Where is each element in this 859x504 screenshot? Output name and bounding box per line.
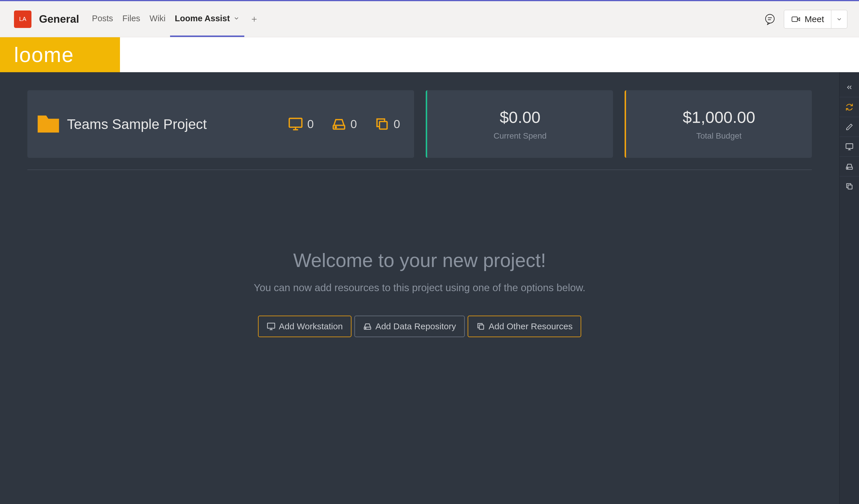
copy-icon <box>845 182 854 190</box>
header-actions: Meet <box>764 10 847 29</box>
svg-rect-7 <box>289 119 302 127</box>
copy-icon <box>477 322 485 331</box>
tab-label: Wiki <box>150 14 166 23</box>
rail-repositories-button[interactable] <box>840 157 859 177</box>
right-rail <box>839 72 859 504</box>
svg-rect-24 <box>848 185 852 189</box>
monitor-icon <box>288 117 303 132</box>
loome-brand-row: loome <box>0 37 859 72</box>
svg-rect-13 <box>267 323 275 329</box>
total-budget-label: Total Budget <box>696 131 742 141</box>
loome-logo[interactable]: loome <box>0 37 120 72</box>
team-avatar[interactable]: LA <box>14 11 31 28</box>
add-workstation-button[interactable]: Add Workstation <box>258 316 352 337</box>
svg-rect-12 <box>379 121 387 129</box>
total-budget-card: $1,000.00 Total Budget <box>624 90 812 158</box>
svg-point-17 <box>365 328 366 329</box>
divider <box>27 169 812 170</box>
copy-icon <box>375 117 390 132</box>
total-budget-value: $1,000.00 <box>682 108 755 127</box>
welcome-section: Welcome to your new project! You can now… <box>0 249 839 337</box>
project-counters: 0 0 0 <box>288 117 400 132</box>
project-name: Teams Sample Project <box>67 116 282 132</box>
tab-label: Files <box>122 14 140 23</box>
add-workstation-label: Add Workstation <box>279 321 343 331</box>
teams-header: LA General Posts Files Wiki Loome Assist <box>0 1 859 37</box>
add-tab-button[interactable] <box>244 15 264 23</box>
svg-rect-5 <box>792 17 798 21</box>
svg-point-11 <box>335 127 336 128</box>
chevron-down-icon[interactable] <box>233 15 240 21</box>
meet-button[interactable]: Meet <box>784 10 831 28</box>
video-icon <box>791 15 800 24</box>
refresh-button[interactable] <box>840 97 859 117</box>
edit-button[interactable] <box>840 117 859 137</box>
workstation-counter: 0 <box>288 117 314 132</box>
welcome-title: Welcome to your new project! <box>0 249 839 271</box>
repository-count: 0 <box>351 118 357 131</box>
add-other-resources-button[interactable]: Add Other Resources <box>468 316 581 337</box>
tab-wiki[interactable]: Wiki <box>145 1 170 37</box>
tab-label: Posts <box>92 14 113 23</box>
main-panel: Teams Sample Project 0 0 <box>0 72 839 504</box>
current-spend-label: Current Spend <box>494 131 546 141</box>
meet-dropdown-button[interactable] <box>831 10 847 28</box>
refresh-icon <box>845 103 854 111</box>
workstation-count: 0 <box>307 118 314 131</box>
other-resources-count: 0 <box>394 118 400 131</box>
drive-icon <box>845 163 854 171</box>
tab-loome-assist[interactable]: Loome Assist <box>170 1 244 37</box>
collapse-rail-button[interactable] <box>840 77 859 97</box>
welcome-subtitle: You can now add resources to this projec… <box>0 282 839 293</box>
rail-workstations-button[interactable] <box>840 137 859 157</box>
folder-icon <box>35 111 61 137</box>
project-card: Teams Sample Project 0 0 <box>27 90 414 158</box>
svg-point-2 <box>766 14 774 23</box>
summary-cards-row: Teams Sample Project 0 0 <box>0 90 839 158</box>
meet-label: Meet <box>804 14 824 24</box>
loome-brand-text: loome <box>14 43 74 67</box>
current-spend-card: $0.00 Current Spend <box>426 90 613 158</box>
svg-marker-6 <box>798 17 800 21</box>
rail-other-resources-button[interactable] <box>840 177 859 196</box>
add-repository-button[interactable]: Add Data Repository <box>355 316 465 337</box>
meet-button-group: Meet <box>784 10 847 29</box>
double-chevron-left-icon <box>846 83 853 91</box>
tabs-container: Posts Files Wiki Loome Assist <box>87 1 265 37</box>
svg-rect-19 <box>846 143 853 148</box>
current-spend-value: $0.00 <box>500 108 540 127</box>
add-other-label: Add Other Resources <box>488 321 572 331</box>
action-buttons-row: Add Workstation Add Data Repository Add … <box>0 316 839 337</box>
pencil-icon <box>846 123 853 131</box>
add-repository-label: Add Data Repository <box>375 321 456 331</box>
tab-label: Loome Assist <box>175 14 230 23</box>
team-avatar-initials: LA <box>19 16 26 22</box>
drive-icon <box>331 117 347 132</box>
monitor-icon <box>267 322 275 331</box>
svg-point-23 <box>847 168 848 168</box>
channel-title: General <box>39 13 79 25</box>
drive-icon <box>363 322 372 331</box>
conversation-icon[interactable] <box>764 13 776 25</box>
chevron-down-icon <box>836 16 842 22</box>
monitor-icon <box>845 143 854 151</box>
tab-posts[interactable]: Posts <box>87 1 118 37</box>
svg-rect-18 <box>479 325 484 329</box>
other-resources-counter: 0 <box>375 117 400 132</box>
tab-files[interactable]: Files <box>118 1 145 37</box>
repository-counter: 0 <box>331 117 357 132</box>
content-area: Teams Sample Project 0 0 <box>0 72 859 504</box>
